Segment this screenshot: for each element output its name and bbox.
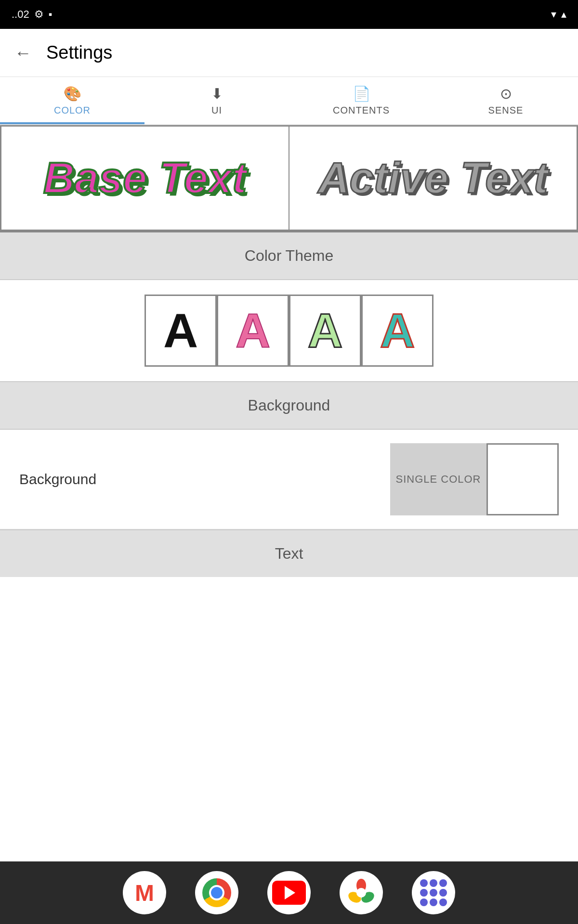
apps-dot-8 bbox=[430, 898, 437, 906]
tab-bar: 🎨 COLOR ⬇ UI 📄 CONTENTS ⊙ SENSE bbox=[0, 77, 578, 125]
signal-icon: ▴ bbox=[561, 8, 566, 21]
tab-sense[interactable]: ⊙ SENSE bbox=[434, 77, 578, 124]
bottom-nav: M bbox=[0, 861, 578, 924]
background-row: Background SINGLE COLOR bbox=[0, 430, 578, 529]
wifi-icon: ▾ bbox=[551, 8, 556, 21]
photos-app-icon[interactable] bbox=[340, 871, 383, 914]
single-color-button[interactable]: SINGLE COLOR bbox=[390, 443, 486, 515]
youtube-triangle-icon bbox=[285, 886, 295, 899]
gmail-letter-icon: M bbox=[135, 880, 154, 906]
tab-color[interactable]: 🎨 COLOR bbox=[0, 77, 144, 124]
apps-dot-5 bbox=[430, 889, 437, 897]
app-bar: ← Settings bbox=[0, 29, 578, 77]
svg-point-3 bbox=[356, 888, 366, 898]
apps-dot-3 bbox=[439, 879, 447, 887]
background-label: Background bbox=[19, 471, 96, 488]
clock-circle-icon: ⊙ bbox=[500, 85, 512, 102]
base-text-display: Base Text bbox=[43, 154, 247, 203]
apps-dot-1 bbox=[420, 879, 428, 887]
theme-letter-black: A bbox=[163, 303, 198, 359]
apps-dot-6 bbox=[439, 889, 447, 897]
tab-ui[interactable]: ⬇ UI bbox=[144, 77, 289, 124]
settings-status-icon: ⚙ bbox=[34, 8, 44, 21]
theme-letter-pink: A bbox=[236, 303, 270, 359]
apps-dot-4 bbox=[420, 889, 428, 897]
apps-grid-icon bbox=[420, 879, 447, 906]
photos-svg-icon bbox=[347, 878, 376, 907]
active-text-preview[interactable]: Active Text bbox=[289, 125, 578, 231]
tab-ui-label: UI bbox=[211, 105, 222, 116]
text-section-header: Text bbox=[0, 530, 578, 577]
tab-color-label: COLOR bbox=[54, 105, 91, 116]
theme-option-teal-red[interactable]: A bbox=[361, 295, 434, 367]
palette-icon: 🎨 bbox=[64, 85, 81, 102]
theme-option-pink[interactable]: A bbox=[217, 295, 289, 367]
base-text-preview[interactable]: Base Text bbox=[0, 125, 289, 231]
document-icon: 📄 bbox=[353, 85, 370, 102]
background-options: SINGLE COLOR bbox=[390, 443, 559, 515]
theme-letter-green-outline: A bbox=[308, 303, 342, 359]
theme-option-green-outline[interactable]: A bbox=[289, 295, 361, 367]
status-time: ..02 bbox=[12, 8, 29, 21]
youtube-play-icon bbox=[272, 881, 306, 905]
bottom-spacer bbox=[0, 577, 578, 635]
apps-grid-app-icon[interactable] bbox=[412, 871, 455, 914]
background-section-header: Background bbox=[0, 382, 578, 429]
theme-letter-teal-red: A bbox=[380, 303, 415, 359]
active-text-display: Active Text bbox=[318, 154, 548, 203]
download-box-icon: ⬇ bbox=[211, 85, 223, 102]
page-title: Settings bbox=[46, 42, 112, 63]
tab-contents[interactable]: 📄 CONTENTS bbox=[289, 77, 434, 124]
color-theme-row: A A A A bbox=[0, 280, 578, 382]
tab-contents-label: CONTENTS bbox=[333, 105, 390, 116]
apps-dot-2 bbox=[430, 879, 437, 887]
back-button[interactable]: ← bbox=[14, 43, 32, 63]
tab-sense-label: SENSE bbox=[488, 105, 524, 116]
apps-dot-7 bbox=[420, 898, 428, 906]
gmail-app-icon[interactable]: M bbox=[123, 871, 166, 914]
theme-option-black[interactable]: A bbox=[144, 295, 217, 367]
youtube-app-icon[interactable] bbox=[267, 871, 311, 914]
battery-status-icon: ▪ bbox=[49, 8, 53, 21]
text-preview-section: Base Text Active Text bbox=[0, 125, 578, 232]
apps-dot-9 bbox=[439, 898, 447, 906]
color-swatch[interactable] bbox=[486, 443, 559, 515]
status-bar-left: ..02 ⚙ ▪ bbox=[12, 8, 53, 21]
chrome-app-icon[interactable] bbox=[195, 871, 238, 914]
status-bar: ..02 ⚙ ▪ ▾ ▴ bbox=[0, 0, 578, 29]
color-theme-section-header: Color Theme bbox=[0, 232, 578, 279]
chrome-circle-icon bbox=[202, 878, 231, 907]
status-bar-right: ▾ ▴ bbox=[551, 8, 566, 21]
